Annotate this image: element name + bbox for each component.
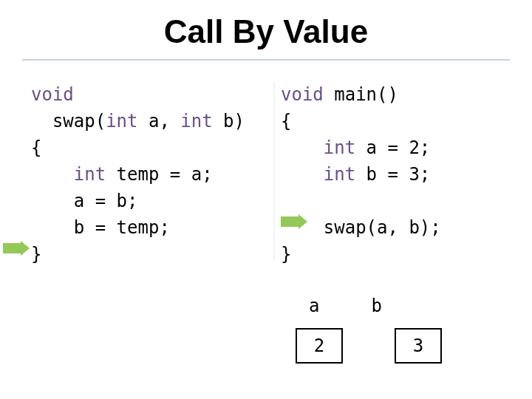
code-text: } [31,244,41,265]
variable-state: a b 2 3 [296,296,442,364]
code-text: temp = a; [106,164,213,185]
column-divider [273,83,275,260]
code-text: a, [138,111,181,132]
keyword-void: void [31,84,74,105]
code-text: b) [213,111,245,132]
var-b-label: b [371,296,381,316]
execution-arrow-icon [3,241,30,256]
var-b-value: 3 [413,335,423,356]
keyword-int: int [324,137,355,158]
keyword-int: int [106,111,137,132]
code-text: a = 2; [355,137,430,158]
code-text: swap( [31,111,106,132]
code-text: { [31,137,41,158]
code-text: { [281,111,291,132]
code-text: main() [324,84,398,105]
var-a-value: 2 [314,335,324,356]
code-swap-function: void swap(int a, int b) { int temp = a; … [31,81,245,267]
code-text: b = temp; [31,217,170,238]
title-underline [22,59,510,61]
var-a-box: 2 [296,328,343,364]
var-b-box: 3 [395,328,442,364]
keyword-int: int [324,164,355,185]
execution-arrow-icon [281,214,307,229]
code-text: b = 3; [355,164,430,185]
keyword-int: int [180,111,212,132]
keyword-int: int [74,164,106,185]
slide: Call By Value void swap(int a, int b) { … [0,0,532,399]
keyword-void: void [281,84,324,105]
code-main-function: void main() { int a = 2; int b = 3; swap… [281,81,441,267]
slide-title: Call By Value [0,13,532,50]
code-text: } [281,244,291,265]
var-a-label: a [309,296,319,316]
code-text: a = b; [31,191,138,211]
